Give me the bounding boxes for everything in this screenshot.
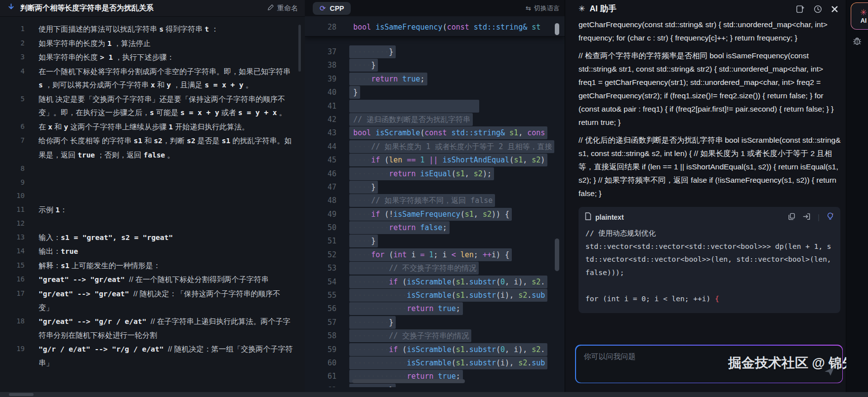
- code-line[interactable]: 40}: [305, 86, 565, 99]
- problem-line: 14输出：true: [0, 244, 305, 259]
- code-line[interactable]: 45····if (len == 1 || isShortAndEqual(s1…: [305, 154, 565, 167]
- problem-title: 判断两个相等长度字符串是否为扰乱关系: [20, 3, 154, 13]
- selection-highlight: ········if (isScramble(s1.substr(0, i), …: [349, 343, 547, 356]
- problem-line-text: 在 x 和 y 这两个子字符串上继续从步骤 1 开始递归执行此算法。: [39, 120, 293, 134]
- code-line[interactable]: 41: [305, 100, 565, 113]
- problem-line-text: 如果字符串的长度 > 1 ，执行下述步骤：: [39, 50, 293, 65]
- code-line[interactable]: 42// 递归函数判断是否为扰乱字符串: [305, 113, 565, 126]
- problem-line-text: [39, 189, 293, 203]
- code-block-header: plaintext |: [579, 207, 840, 224]
- line-number: 9: [0, 176, 25, 190]
- selection-highlight: ············return true;: [349, 302, 463, 315]
- line-number: 46: [305, 167, 336, 181]
- code-line[interactable]: 55············isScramble(s1.substr(i), s…: [305, 289, 565, 302]
- code-line[interactable]: 57········}: [305, 316, 565, 329]
- problem-line: 12: [0, 217, 305, 231]
- copy-icon[interactable]: [787, 212, 796, 223]
- right-toolbar: ✳ AI: [846, 0, 868, 392]
- code-line[interactable]: 54········if (isScramble(s1.substr(0, i)…: [305, 276, 565, 289]
- code-line[interactable]: 53········// 不交换子字符串的情况: [305, 262, 565, 275]
- problem-line-text: 给你两个 长度相等 的字符串 s1 和 s2，判断 s2 是否是 s1 的扰乱字…: [39, 134, 293, 162]
- problem-line: 17"gr/eat" --> "gr/eat" // 随机决定：「保持这两个子字…: [0, 287, 305, 315]
- line-number: 14: [0, 244, 25, 259]
- code-line[interactable]: 48····// 如果字符频率不同，返回 false: [305, 194, 565, 207]
- debug-bug-icon[interactable]: [852, 36, 863, 48]
- selection-highlight: ········}: [349, 316, 396, 329]
- ai-button-label: AI: [861, 17, 867, 24]
- selection-highlight: ····// 如果长度为 1 或者长度小于等于 2 且相等，直接: [349, 140, 554, 153]
- line-number: 53: [305, 262, 336, 275]
- problem-line: 4在一个随机下标处将字符串分割成两个非空的子字符串。即，如果已知字符串 s ，则…: [0, 65, 305, 92]
- code-line[interactable]: 59········if (isScramble(s1.substr(0, i)…: [305, 343, 565, 357]
- code-line[interactable]: 44····// 如果长度为 1 或者长度小于等于 2 且相等，直接: [305, 140, 565, 154]
- insert-code-icon[interactable]: [802, 212, 811, 223]
- code-block: plaintext | // 使用动态规划优化std: [579, 207, 840, 313]
- line-number: 37: [305, 45, 336, 59]
- problem-panel: 判断两个相等长度字符串是否为扰乱关系 重命名 1使用下面描述的算法可以扰乱字符串…: [0, 0, 305, 392]
- problem-text[interactable]: 1使用下面描述的算法可以扰乱字符串 s 得到字符串 t ：2如果字符串的长度为 …: [0, 17, 305, 392]
- tab-cpp[interactable]: ⟳ CPP: [313, 2, 351, 15]
- line-number: 41: [305, 100, 336, 113]
- code-line[interactable]: 62········}: [305, 384, 565, 387]
- rename-label: 重命名: [277, 4, 298, 13]
- problem-line: 13输入：s1 = "great", s2 = "rgeat": [0, 231, 305, 245]
- chat-paragraph: // 检查两个字符串的字符频率是否相同 bool isSameFrequency…: [579, 49, 841, 129]
- close-icon[interactable]: [831, 5, 838, 13]
- bottom-scrollbar-thumb[interactable]: [9, 393, 34, 396]
- selection-highlight: ········return false;: [349, 221, 450, 234]
- problem-line: 8: [0, 162, 305, 176]
- problem-scrollbar-thumb[interactable]: [298, 25, 301, 72]
- editor-tabbar: ⟳ CPP ⇆ 切换语言: [305, 0, 565, 16]
- switch-language-button[interactable]: ⇆ 切换语言: [526, 4, 560, 13]
- editor-scroll-marker[interactable]: [555, 23, 559, 35]
- problem-line: 1使用下面描述的算法可以扰乱字符串 s 得到字符串 t ：: [0, 22, 305, 37]
- code-line[interactable]: 46········return isEqual(s1, s2);: [305, 167, 565, 181]
- ai-assistant-button[interactable]: ✳ AI: [851, 2, 868, 30]
- code-line[interactable]: 51····}: [305, 235, 565, 248]
- ai-header: ✳ AI 助手: [565, 0, 846, 18]
- sparkle-gradient-icon: ✳: [860, 8, 867, 17]
- problem-line-text: 输出：true: [39, 244, 293, 259]
- divider: |: [818, 213, 820, 221]
- selection-highlight: bool isScramble(const std::string& s1, c…: [349, 126, 547, 139]
- rename-button[interactable]: 重命名: [267, 4, 298, 13]
- code-line[interactable]: 49····if (!isSameFrequency(s1, s2)) {: [305, 208, 565, 221]
- problem-line: 15解释：s1 上可能发生的一种情形是：: [0, 259, 305, 273]
- code-line[interactable]: 47····}: [305, 181, 565, 194]
- selection-highlight: ····if (len == 1 || isShortAndEqual(s1, …: [349, 154, 547, 166]
- editor-panel: ⟳ CPP ⇆ 切换语言 28bool isSameFrequency(cons…: [305, 0, 565, 392]
- line-number: 45: [305, 154, 336, 167]
- bottom-scrollbar-track: [0, 392, 868, 397]
- line-number: 6: [0, 120, 25, 134]
- line-number: 50: [305, 221, 336, 235]
- editor-hscrollbar-thumb[interactable]: [352, 379, 465, 383]
- code-editor[interactable]: 28bool isSameFrequency(const std::string…: [305, 16, 565, 387]
- chat-paragraphs: getCharFrequency(const std::string& str)…: [579, 18, 841, 200]
- input-placeholder: 你可以问我问题: [584, 352, 636, 361]
- codeblock-code[interactable]: // 使用动态规划优化std::vector<std::vector<std::…: [579, 224, 840, 313]
- line-number: 39: [305, 73, 336, 86]
- optimize-bulb-icon[interactable]: [826, 212, 834, 223]
- tab-cpp-label: CPP: [330, 4, 344, 12]
- code-line[interactable]: 37········}: [305, 45, 565, 59]
- code-line[interactable]: 39····return true;: [305, 73, 565, 86]
- history-clock-icon[interactable]: [813, 4, 823, 14]
- code-line[interactable]: 58········// 交换子字符串的情况: [305, 329, 565, 343]
- code-line[interactable]: 56············return true;: [305, 302, 565, 316]
- cpp-language-icon: ⟳: [320, 4, 326, 12]
- problem-line-text: [39, 162, 293, 176]
- ai-assistant-panel: ✳ AI 助手 getCharFrequency(const std::stri…: [565, 0, 846, 392]
- code-line[interactable]: 52····for (int i = 1; i < len; ++i) {: [305, 248, 565, 262]
- new-chat-button[interactable]: [795, 4, 805, 14]
- editor-vscrollbar-thumb[interactable]: [555, 238, 559, 271]
- problem-line: 7给你两个 长度相等 的字符串 s1 和 s2，判断 s2 是否是 s1 的扰乱…: [0, 134, 305, 162]
- line-number: 8: [0, 162, 25, 176]
- code-line[interactable]: 50········return false;: [305, 221, 565, 235]
- problem-line: 16"great" --> "gr/eat" // 在一个随机下标处分割得到两个…: [0, 273, 305, 287]
- code-line[interactable]: 43bool isScramble(const std::string& s1,…: [305, 126, 565, 140]
- code-line[interactable]: 38····}: [305, 59, 565, 72]
- red-brace: {: [715, 295, 719, 303]
- code-line[interactable]: 60············isScramble(s1.substr(i), s…: [305, 357, 565, 370]
- ai-title: AI 助手: [589, 3, 616, 14]
- sticky-line[interactable]: 28bool isSameFrequency(const std::string…: [305, 16, 565, 37]
